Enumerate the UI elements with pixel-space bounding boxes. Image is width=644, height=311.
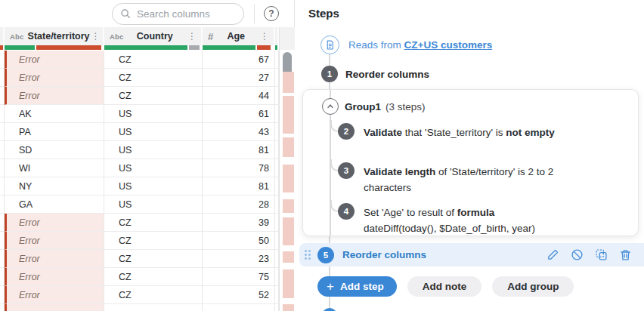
- scrollbar-track[interactable]: [280, 51, 295, 311]
- table-cell[interactable]: GA: [5, 196, 104, 214]
- table-cell[interactable]: Error: [5, 286, 104, 304]
- table-cell[interactable]: CZ: [104, 214, 203, 232]
- table-cell[interactable]: [203, 304, 275, 311]
- text-type-icon: Abc: [110, 32, 124, 41]
- table-cell[interactable]: 44: [203, 87, 275, 105]
- column-menu-icon[interactable]: ⋮: [186, 32, 198, 41]
- table-cell[interactable]: 52: [203, 286, 275, 304]
- column-country: AbcCountry⋮CZCZCZUSUSUSUSUSUSCZCZCZCZCZ: [104, 27, 203, 311]
- add-step-label: Add step: [340, 281, 384, 292]
- table-cell[interactable]: CZ: [104, 286, 203, 304]
- document-icon: [320, 35, 339, 54]
- step-description: Set 'Age' to result of formuladateDiff(t…: [364, 205, 556, 236]
- column-name: State/territory: [28, 31, 90, 42]
- table-cell[interactable]: CZ: [104, 232, 203, 250]
- table-cell[interactable]: Error: [5, 87, 104, 105]
- table-cell[interactable]: PA: [5, 123, 104, 141]
- table-cell[interactable]: US: [104, 141, 203, 159]
- table-cell[interactable]: US: [104, 159, 203, 177]
- quality-bar-segment: [203, 45, 255, 50]
- table-cell[interactable]: CZ: [104, 69, 203, 87]
- column-header[interactable]: #Age⋮: [203, 27, 275, 45]
- table-cell[interactable]: CZ: [104, 268, 203, 286]
- error-density-mark: [283, 199, 294, 213]
- table-cell[interactable]: 81: [203, 177, 275, 196]
- table-cell[interactable]: 61: [203, 105, 275, 123]
- table-cell[interactable]: 23: [203, 250, 275, 268]
- table-cell[interactable]: 39: [203, 214, 275, 232]
- table-cell[interactable]: Error: [5, 232, 104, 250]
- table-cell[interactable]: [104, 304, 203, 311]
- number-type-icon: #: [208, 31, 213, 42]
- column-menu-icon[interactable]: ⋮: [259, 32, 271, 41]
- drag-handle-icon[interactable]: [305, 250, 311, 260]
- step-buttons: +Add step Add note Add group: [317, 276, 574, 297]
- table-cell[interactable]: Error: [5, 51, 104, 69]
- step-number: 3: [338, 162, 355, 179]
- table-cell[interactable]: 27: [203, 69, 275, 87]
- table-cell[interactable]: Error: [5, 69, 104, 87]
- toolbar-divider: [254, 4, 255, 23]
- quality-bar-segment: [36, 45, 101, 50]
- table-cell[interactable]: 50: [203, 232, 275, 250]
- table-cell[interactable]: AK: [5, 105, 104, 123]
- column-header[interactable]: AbcState/territory⋮: [5, 27, 104, 45]
- group-step-3[interactable]: 3Validate length of 'State/territory' is…: [338, 162, 556, 196]
- table-cell[interactable]: Error: [5, 268, 104, 286]
- help-icon[interactable]: ?: [264, 6, 279, 21]
- error-density-mark: [283, 72, 294, 93]
- step-number: 2: [338, 123, 355, 140]
- quality-bar[interactable]: [104, 45, 203, 51]
- delete-icon[interactable]: [619, 248, 632, 261]
- table-cell[interactable]: 28: [203, 196, 275, 214]
- add-note-button[interactable]: Add note: [407, 276, 482, 297]
- table-cell[interactable]: US: [104, 196, 203, 214]
- table-cell[interactable]: NY: [5, 177, 104, 196]
- next-step-node[interactable]: [322, 308, 337, 311]
- table-cell[interactable]: US: [104, 177, 203, 196]
- table-cell[interactable]: 43: [203, 123, 275, 141]
- column-header[interactable]: AbcCountry⋮: [104, 27, 203, 45]
- table-cell[interactable]: US: [104, 105, 203, 123]
- table-cell[interactable]: 81: [203, 141, 275, 159]
- table-cell[interactable]: CZ: [104, 51, 203, 69]
- table-cell[interactable]: Error: [5, 214, 104, 232]
- table-cell[interactable]: SD: [5, 141, 104, 159]
- step-5[interactable]: 5 Reorder columns: [299, 243, 644, 266]
- quality-bar[interactable]: [5, 45, 104, 51]
- table-cell[interactable]: Error: [5, 250, 104, 268]
- source-prefix: Reads from: [348, 39, 404, 51]
- table-cell[interactable]: [5, 304, 104, 311]
- search-icon: [120, 8, 131, 19]
- group-header[interactable]: Group1 (3 steps): [322, 98, 426, 115]
- table-cell[interactable]: US: [104, 123, 203, 141]
- column-menu-icon[interactable]: ⋮: [90, 32, 102, 41]
- table-cell[interactable]: 78: [203, 159, 275, 177]
- search-input[interactable]: Search columns: [112, 3, 244, 25]
- group-card: Group1 (3 steps) 2Validate that 'State_t…: [302, 89, 639, 236]
- text-type-icon: Abc: [10, 32, 24, 41]
- table-cell[interactable]: WI: [5, 159, 104, 177]
- table-cell[interactable]: 67: [203, 51, 275, 69]
- duplicate-icon[interactable]: [595, 248, 608, 261]
- quality-bar[interactable]: [203, 45, 275, 51]
- error-density-mark: [283, 304, 294, 311]
- step-1[interactable]: 1 Reorder columns: [321, 66, 429, 82]
- add-step-button[interactable]: +Add step: [317, 276, 397, 297]
- group-step-2[interactable]: 2Validate that 'State_territory' is not …: [338, 123, 556, 140]
- table-scrollbar[interactable]: [279, 27, 295, 311]
- group-step-4[interactable]: 4Set 'Age' to result of formuladateDiff(…: [338, 203, 556, 236]
- source-step[interactable]: Reads from CZ+US customers: [320, 35, 492, 54]
- collapse-group-icon[interactable]: [322, 98, 339, 115]
- table-cell[interactable]: CZ: [104, 250, 203, 268]
- source-dataset-link[interactable]: CZ+US customers: [404, 39, 493, 51]
- scrollbar-header-cap: [280, 27, 295, 51]
- edit-icon[interactable]: [546, 248, 559, 261]
- table-cell[interactable]: CZ: [104, 87, 203, 105]
- table-cell[interactable]: 75: [203, 268, 275, 286]
- quality-bar-segment: [257, 45, 271, 50]
- add-group-button[interactable]: Add group: [492, 276, 574, 297]
- disable-icon[interactable]: [571, 248, 584, 261]
- quality-bar-right-edge: [275, 45, 277, 50]
- app: Search columns ? AbcState/territory⋮Erro…: [0, 0, 644, 311]
